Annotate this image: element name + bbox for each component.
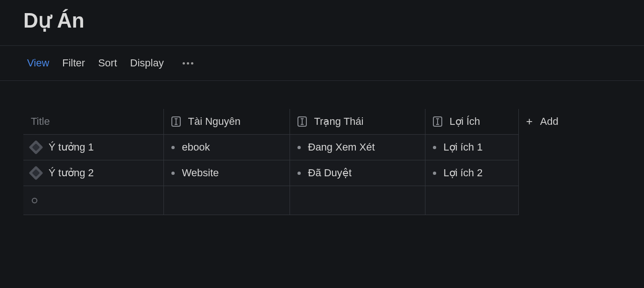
table-row[interactable]: Ý tưởng 1 ebook Đang Xem Xét (23, 135, 566, 160)
bullet-icon (171, 146, 175, 149)
cell-value: ebook (182, 141, 210, 153)
bullet-icon (297, 172, 301, 175)
plus-icon: + (526, 116, 533, 127)
row-title: Ý tưởng 1 (49, 141, 94, 153)
bullet-icon (297, 146, 301, 149)
page-title: Dự Án (0, 0, 644, 45)
bullet-icon (433, 172, 436, 175)
toolbar-view[interactable]: View (27, 57, 49, 69)
text-column-icon (171, 116, 181, 127)
cell-value: Lợi ích 2 (444, 167, 483, 179)
add-column-button[interactable]: + Add (518, 109, 566, 135)
toolbar-sort[interactable]: Sort (98, 57, 117, 69)
column-header-label: Tài Nguyên (188, 115, 241, 128)
cell-value: Website (182, 167, 219, 179)
toolbar-filter[interactable]: Filter (62, 57, 85, 69)
empty-row-icon (32, 198, 37, 203)
row-title: Ý tưởng 2 (49, 167, 94, 179)
column-header-title[interactable]: Title (23, 109, 163, 135)
page-icon (28, 166, 43, 180)
cell-value: Đã Duyệt (308, 167, 352, 179)
column-header-label: Lợi Ích (450, 115, 481, 128)
database-table: Title Tài Nguyên Trạng Thái (23, 109, 566, 215)
table-row[interactable]: Ý tưởng 2 Website Đã Duyệt (23, 160, 566, 186)
view-toolbar: View Filter Sort Display (0, 46, 644, 81)
page-icon (28, 140, 43, 154)
toolbar-display[interactable]: Display (130, 57, 164, 69)
bullet-icon (171, 172, 175, 175)
text-column-icon (297, 116, 307, 127)
cell-value: Đang Xem Xét (308, 141, 375, 153)
new-row[interactable] (23, 186, 566, 215)
column-header-loi-ich[interactable]: Lợi Ích (425, 109, 518, 135)
column-header-trang-thai[interactable]: Trạng Thái (290, 109, 425, 135)
column-header-tai-nguyen[interactable]: Tài Nguyên (163, 109, 290, 135)
cell-value: Lợi ích 1 (444, 141, 483, 153)
add-column-label: Add (540, 115, 559, 128)
toolbar-more-icon[interactable] (177, 62, 193, 65)
column-header-label: Trạng Thái (314, 115, 364, 128)
bullet-icon (433, 146, 436, 149)
text-column-icon (433, 116, 442, 127)
